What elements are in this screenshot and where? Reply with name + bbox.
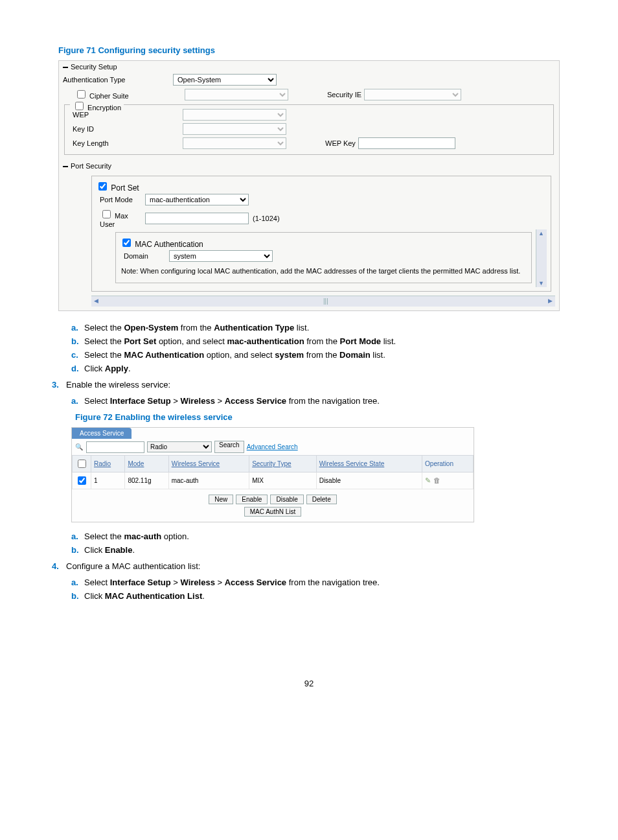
- key-length-label: Key Length: [73, 139, 183, 147]
- table-row: 1 802.11g mac-auth MIX Disable ✎🗑: [73, 472, 474, 489]
- step-text: from the navigation tree.: [286, 578, 380, 587]
- step-text: from the: [304, 336, 340, 346]
- cipher-suite-label: Cipher Suite: [89, 92, 129, 100]
- mac-auth-fieldset: MAC Authentication Domainsystem Note: Wh…: [115, 232, 532, 283]
- step-bold: MAC Authentication List: [105, 591, 202, 601]
- step-text: Click: [84, 545, 105, 555]
- mac-auth-checkbox[interactable]: [122, 239, 131, 247]
- cell-ws: mac-auth: [168, 472, 249, 489]
- col-wss[interactable]: Wireless Service State: [316, 456, 422, 472]
- step-marker: b.: [71, 545, 84, 555]
- search-field-select[interactable]: Radio: [147, 441, 212, 452]
- step-text: Select the: [84, 531, 124, 541]
- access-service-panel: Access Service 🔍 Radio Search Advanced S…: [71, 427, 474, 522]
- encryption-fieldset: Encryption WEP Key ID Key Length WEP Key: [64, 104, 554, 155]
- col-security-type[interactable]: Security Type: [249, 456, 316, 472]
- auth-type-select[interactable]: Open-System: [173, 74, 277, 86]
- port-mode-select[interactable]: mac-authentication: [145, 194, 249, 205]
- numbered-steps: 3.Enable the wireless service:: [52, 380, 560, 390]
- col-operation: Operation: [422, 456, 474, 472]
- step-text: option, and select: [204, 350, 275, 360]
- step-text: option, and select: [156, 336, 227, 346]
- mac-authn-list-button[interactable]: MAC AuthN List: [244, 507, 302, 517]
- mac-auth-note: Note: When configuring local MAC authent…: [121, 267, 526, 275]
- cipher-suite-select: [185, 89, 288, 100]
- step-bold: Port Set: [124, 336, 156, 346]
- horizontal-scrollbar[interactable]: ◀|||▶: [91, 296, 555, 307]
- key-id-label: Key ID: [73, 125, 183, 133]
- scroll-up-icon[interactable]: ▲: [538, 230, 544, 237]
- advanced-search-link[interactable]: Advanced Search: [247, 443, 298, 450]
- numbered-steps-4: 4.Configure a MAC authentication list:: [52, 561, 560, 571]
- collapse-icon[interactable]: [63, 67, 68, 68]
- trash-icon[interactable]: 🗑: [433, 476, 441, 484]
- domain-select[interactable]: system: [169, 250, 273, 262]
- step-bold: Enable: [105, 545, 133, 555]
- select-all-checkbox[interactable]: [78, 460, 86, 468]
- col-wireless-service[interactable]: Wireless Service: [168, 456, 249, 472]
- access-service-tab[interactable]: Access Service: [72, 428, 132, 439]
- step-bold: Access Service: [225, 396, 286, 406]
- step-bold: mac-auth: [124, 531, 161, 541]
- step-text: >: [171, 396, 181, 406]
- search-icon: 🔍: [74, 443, 84, 450]
- key-length-select: [183, 137, 286, 149]
- col-mode[interactable]: Mode: [125, 456, 168, 472]
- step-text: list.: [371, 350, 385, 360]
- delete-button[interactable]: Delete: [306, 495, 337, 504]
- step-text: .: [128, 364, 131, 373]
- search-input[interactable]: [86, 441, 144, 453]
- scroll-right-icon[interactable]: ▶: [548, 298, 553, 304]
- button-row: NewEnableDisableDelete MAC AuthN List: [72, 489, 474, 522]
- step-text: Click: [84, 364, 105, 373]
- step-text: Select the: [84, 350, 124, 360]
- step-text: from the navigation tree.: [286, 396, 380, 406]
- max-user-input[interactable]: [145, 213, 249, 224]
- step-bold: Access Service: [225, 578, 286, 587]
- step-marker: b.: [71, 336, 84, 346]
- step-text: Configure a MAC authentication list:: [66, 561, 200, 571]
- step-bold: mac-authentication: [227, 336, 304, 346]
- new-button[interactable]: New: [209, 495, 233, 504]
- vertical-scrollbar[interactable]: ▲▼: [536, 229, 547, 287]
- encryption-checkbox[interactable]: [75, 102, 84, 110]
- key-id-select: [183, 123, 286, 135]
- col-radio[interactable]: Radio: [91, 456, 125, 472]
- cipher-suite-checkbox[interactable]: [77, 90, 86, 99]
- security-ie-select: [364, 89, 461, 100]
- step-text: Enable the wireless service:: [66, 380, 170, 390]
- collapse-icon[interactable]: [63, 166, 68, 167]
- scroll-down-icon[interactable]: ▼: [538, 280, 544, 286]
- search-button[interactable]: Search: [214, 441, 244, 453]
- max-user-checkbox[interactable]: [102, 210, 111, 218]
- security-setup-header: Security Setup: [59, 61, 559, 73]
- step-text: Click: [84, 591, 105, 601]
- max-user-hint: (1-1024): [253, 215, 280, 222]
- row-checkbox[interactable]: [78, 476, 86, 485]
- step-marker: d.: [71, 364, 84, 373]
- step-bold: Apply: [105, 364, 128, 373]
- port-set-checkbox[interactable]: [98, 182, 107, 191]
- disable-button[interactable]: Disable: [270, 495, 303, 504]
- enable-button[interactable]: Enable: [236, 495, 268, 504]
- step-bold: Port Mode: [340, 336, 382, 346]
- step-marker: 3.: [52, 380, 66, 390]
- encryption-label: Encryption: [87, 104, 121, 111]
- wep-select: [183, 109, 286, 121]
- port-security-header: Port Security: [59, 160, 559, 172]
- service-table: Radio Mode Wireless Service Security Typ…: [72, 455, 474, 489]
- page-number: 92: [58, 679, 560, 688]
- step-bold: Open-System: [124, 323, 178, 332]
- step-text: Select: [84, 578, 110, 587]
- wep-key-input[interactable]: [358, 137, 455, 149]
- scroll-left-icon[interactable]: ◀: [94, 298, 98, 304]
- security-panel: Security Setup Authentication Type Open-…: [58, 60, 560, 311]
- auth-type-label: Authentication Type: [63, 76, 173, 84]
- cell-mode: 802.11g: [125, 472, 168, 489]
- step-text: >: [171, 578, 181, 587]
- step-text: from the: [304, 350, 339, 360]
- port-set-fieldset: Port Set Port Modemac-authentication Max…: [91, 176, 551, 292]
- step3-sub2: a.Select the mac-auth option. b.Click En…: [71, 531, 560, 555]
- step-text: list.: [294, 323, 309, 332]
- edit-icon[interactable]: ✎: [425, 476, 431, 484]
